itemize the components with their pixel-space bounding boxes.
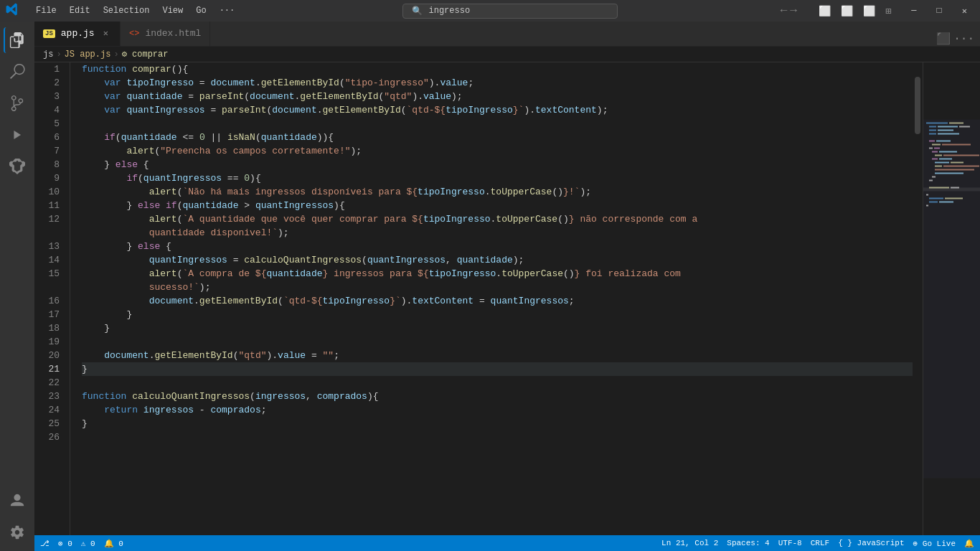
svg-rect-37 (939, 202, 953, 203)
code-line-22 (82, 376, 913, 390)
code-line-21: } (82, 362, 913, 376)
layout-icon-1[interactable]: ⬜ (814, 4, 835, 19)
tab-index-html[interactable]: <> index.html (121, 22, 210, 46)
minimize-button[interactable]: ─ (904, 4, 923, 18)
svg-rect-36 (929, 202, 938, 203)
activity-bar (0, 22, 34, 551)
breadcrumb-sep-1: › (56, 50, 61, 60)
html-icon: <> (129, 29, 139, 39)
status-bell[interactable]: 🔔 (964, 539, 974, 548)
code-line-12b: quantidade disponivel!`); (82, 226, 913, 240)
status-warnings[interactable]: ⚠ 0 (81, 539, 95, 548)
status-position[interactable]: Ln 21, Col 2 (661, 539, 718, 547)
status-left: ⎇ ⊗ 0 ⚠ 0 🔔 0 (40, 539, 123, 548)
code-line-8: } else { (82, 158, 913, 171)
svg-rect-25 (935, 166, 942, 167)
menu-go[interactable]: Go (190, 4, 212, 17)
titlebar: File Edit Selection View Go ··· 🔍 ingres… (0, 0, 980, 22)
svg-rect-26 (943, 166, 979, 167)
search-area: 🔍 ingresso (249, 4, 771, 19)
status-git[interactable]: ⎇ (40, 539, 50, 548)
tab-app-js[interactable]: JS app.js ✕ (34, 22, 121, 46)
status-bar: ⎇ ⊗ 0 ⚠ 0 🔔 0 Ln 21, Col 2 Spaces: 4 UTF… (34, 535, 980, 551)
editor-area: JS app.js ✕ <> index.html ⬛ ··· js › JS … (34, 22, 980, 551)
svg-rect-7 (929, 130, 936, 131)
scrollbar-thumb[interactable] (915, 77, 920, 134)
svg-rect-38 (926, 205, 928, 207)
svg-rect-33 (926, 194, 928, 196)
status-spaces[interactable]: Spaces: 4 (727, 539, 769, 547)
menu-selection[interactable]: Selection (98, 4, 156, 17)
minimap-svg (923, 62, 980, 535)
breadcrumb-appjs[interactable]: JS app.js (65, 50, 111, 60)
activity-source-control[interactable] (4, 90, 30, 116)
code-line-20: document.getElementById("qtd").value = "… (82, 349, 913, 362)
command-palette[interactable]: 🔍 ingresso (402, 4, 618, 19)
svg-rect-19 (935, 155, 942, 156)
activity-search[interactable] (4, 59, 30, 85)
status-line-ending[interactable]: CRLF (811, 539, 829, 547)
status-language[interactable]: { } JavaScript (838, 539, 904, 547)
code-editor[interactable]: function comprar(){ var tipoIngresso = d… (70, 62, 913, 535)
svg-rect-35 (945, 198, 963, 199)
breadcrumb-comprar[interactable]: ⚙ comprar (122, 49, 169, 60)
layout-icon-3[interactable]: ⬜ (859, 4, 880, 19)
tab-close-app-js[interactable]: ✕ (103, 28, 108, 39)
code-line-25: } (82, 417, 913, 430)
code-line-1: function comprar(){ (82, 62, 913, 76)
code-line-15: alert(`A compra de ${quantidade} ingress… (82, 267, 913, 281)
menu-file[interactable]: File (30, 4, 62, 17)
js-icon: JS (43, 29, 55, 38)
nav-forward[interactable]: → (790, 4, 797, 17)
code-line-3: var quantidade = parseInt(document.getEl… (82, 90, 913, 103)
code-line-14: quantIngressos = calculoQuantIngressos(q… (82, 253, 913, 267)
activity-explorer[interactable] (4, 27, 29, 53)
svg-rect-28 (935, 173, 963, 174)
svg-rect-16 (934, 148, 940, 149)
code-line-13: } else { (82, 240, 913, 253)
vertical-scrollbar[interactable] (913, 62, 923, 535)
svg-rect-12 (936, 141, 951, 142)
svg-rect-24 (951, 162, 963, 164)
svg-rect-29 (932, 176, 936, 178)
svg-rect-10 (938, 133, 959, 135)
status-live[interactable]: ⊕ Go Live (913, 539, 956, 548)
maximize-button[interactable]: □ (930, 4, 949, 18)
svg-rect-27 (935, 169, 974, 171)
breadcrumb-js[interactable]: js (43, 50, 53, 60)
nav-back[interactable]: ← (781, 4, 788, 17)
code-line-18: } (82, 321, 913, 335)
more-actions-icon[interactable]: ··· (953, 32, 974, 45)
tabs-bar: JS app.js ✕ <> index.html ⬛ ··· (34, 22, 980, 47)
svg-rect-15 (929, 148, 933, 149)
activity-settings[interactable] (4, 519, 30, 545)
svg-rect-14 (942, 144, 971, 146)
activity-run[interactable] (4, 122, 30, 148)
svg-rect-20 (943, 155, 979, 156)
layout-icon-4[interactable]: ⊞ (881, 4, 895, 19)
code-line-10: alert(`Não há mais ingressos disponíveis… (82, 185, 913, 199)
line-numbers: 1 2 3 4 5 6 7 8 9 10 11 12 13 14 15 16 1… (34, 62, 70, 535)
menu-more[interactable]: ··· (214, 4, 241, 17)
code-line-2: var tipoIngresso = document.getElementBy… (82, 76, 913, 90)
svg-rect-34 (929, 198, 943, 199)
activity-account[interactable] (4, 488, 30, 514)
svg-rect-22 (939, 159, 952, 160)
status-errors[interactable]: ⊗ 0 (58, 539, 72, 548)
tab-label-app-js: app.js (61, 28, 95, 39)
status-info[interactable]: 🔔 0 (104, 539, 123, 548)
close-button[interactable]: ✕ (955, 4, 974, 18)
status-encoding[interactable]: UTF-8 (778, 539, 802, 547)
window-controls: ─ □ ✕ (904, 4, 974, 18)
svg-rect-23 (935, 162, 949, 164)
menu-view[interactable]: View (156, 4, 189, 17)
tab-label-index-html: index.html (145, 28, 201, 39)
activity-extensions[interactable] (4, 154, 30, 179)
layout-icon-2[interactable]: ⬜ (837, 4, 857, 19)
split-editor-icon[interactable]: ⬛ (936, 32, 951, 46)
code-line-23: function calculoQuantIngressos(ingressos… (82, 390, 913, 403)
code-line-11: } else if(quantidade > quantIngressos){ (82, 199, 913, 212)
menu-edit[interactable]: Edit (64, 4, 96, 17)
code-line-16: document.getElementById(`qtd-${tipoIngre… (82, 294, 913, 308)
svg-rect-13 (932, 144, 941, 146)
